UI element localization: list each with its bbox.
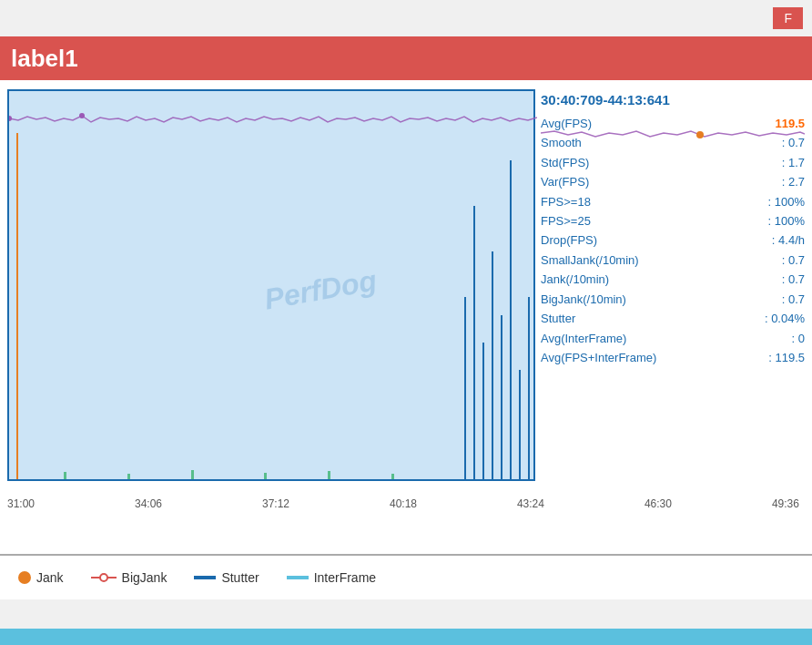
stutter-spike-6 <box>510 160 512 479</box>
top-bar: F <box>0 0 812 36</box>
stat-row-var: Var(FPS) : 2.7 <box>541 172 805 191</box>
xaxis-labels: 31:00 34:06 37:12 40:18 43:24 46:30 49:3… <box>7 497 799 510</box>
stutter-spike-3 <box>482 343 484 479</box>
stat-row-smooth: Smooth : 0.7 <box>541 133 805 152</box>
legend-bigjank: BigJank <box>91 570 167 585</box>
legend-bigjank-label: BigJank <box>122 570 167 585</box>
legend-interframe-label: InterFrame <box>314 570 376 585</box>
stutter-spike-7 <box>519 370 521 479</box>
svg-point-1 <box>9 116 12 121</box>
legend-interframe: InterFrame <box>287 570 376 585</box>
stat-row-fps18: FPS>=18 : 100% <box>541 192 805 211</box>
stutter-spike-1 <box>464 297 466 479</box>
time-range-label: 30:40:709-44:13:641 <box>541 89 805 112</box>
stats-panel: 30:40:709-44:13:641 Avg(FPS) 119.5 Smoot… <box>541 89 805 367</box>
legend-bar: Jank BigJank Stutter InterFrame <box>0 554 812 599</box>
interframe-spike-1 <box>64 472 66 479</box>
stutter-spike-2 <box>473 206 475 479</box>
stat-row-interframe: Avg(InterFrame) : 0 <box>541 329 805 348</box>
chart-area[interactable]: PerfDog <box>7 89 535 481</box>
interframe-spike-5 <box>328 471 330 479</box>
stutter-spike-4 <box>492 251 493 479</box>
xaxis-label-2: 37:12 <box>262 497 289 510</box>
stat-row-jank: Jank(/10min) : 0.7 <box>541 270 805 289</box>
label-header: label1 <box>0 36 812 80</box>
stat-row-fps-interframe: Avg(FPS+InterFrame) : 119.5 <box>541 348 805 367</box>
jank-icon <box>18 571 31 584</box>
interframe-spike-2 <box>127 474 130 479</box>
xaxis-label-6: 49:36 <box>772 497 799 510</box>
svg-point-0 <box>79 113 85 118</box>
stat-row-std: Std(FPS) : 1.7 <box>541 153 805 172</box>
stutter-icon <box>194 576 216 579</box>
watermark: PerfDog <box>262 263 380 316</box>
top-button[interactable]: F <box>773 7 803 29</box>
interframe-spike-3 <box>191 470 194 479</box>
scroll-bar[interactable] <box>0 629 812 645</box>
xaxis-label-4: 43:24 <box>517 497 544 510</box>
stutter-spike-5 <box>501 315 502 479</box>
legend-jank-label: Jank <box>36 570 64 585</box>
stutter-spike-8 <box>528 297 530 479</box>
chart-label: label1 <box>11 45 78 73</box>
xaxis-label-5: 46:30 <box>645 497 672 510</box>
fps-sparkline <box>9 102 537 193</box>
stat-row-avgfps: Avg(FPS) 119.5 <box>541 114 805 133</box>
svg-point-4 <box>100 574 107 581</box>
legend-stutter-label: Stutter <box>221 570 259 585</box>
legend-stutter: Stutter <box>194 570 259 585</box>
stat-row-drop: Drop(FPS) : 4.4/h <box>541 230 805 250</box>
interframe-spike-6 <box>391 474 394 479</box>
bigjank-icon <box>91 571 117 584</box>
interframe-icon <box>287 576 309 579</box>
xaxis-label-1: 34:06 <box>135 497 162 510</box>
stat-row-bigjank: BigJank(/10min) : 0.7 <box>541 290 805 309</box>
jank-spike-left <box>16 133 18 479</box>
stat-row-smalljank: SmallJank(/10min) : 0.7 <box>541 251 805 270</box>
stat-row-stutter: Stutter : 0.04% <box>541 309 805 328</box>
xaxis-label-3: 40:18 <box>390 497 417 510</box>
xaxis-label-0: 31:00 <box>7 497 35 510</box>
chart-container: PerfDog 30:40:709-44:13:641 <box>0 80 812 554</box>
legend-jank: Jank <box>18 570 64 585</box>
stat-row-fps25: FPS>=25 : 100% <box>541 211 805 230</box>
interframe-spike-4 <box>264 473 267 479</box>
